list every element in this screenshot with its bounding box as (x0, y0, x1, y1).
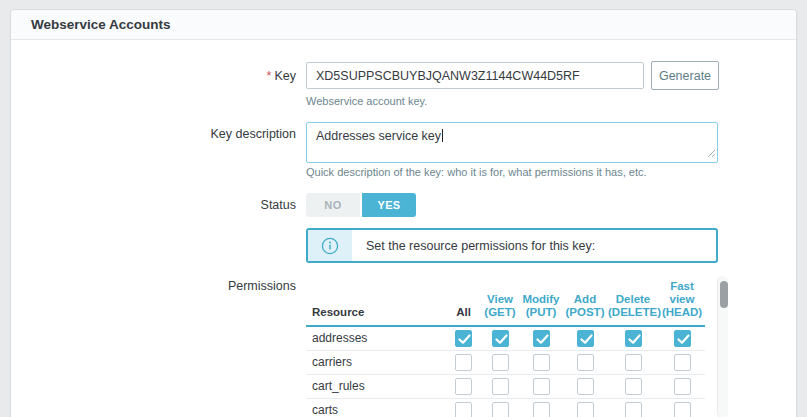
resource-name: addresses (306, 326, 446, 350)
permission-checkbox-cart_rules-4[interactable] (625, 378, 642, 395)
permission-row-carts: carts (306, 398, 705, 417)
info-alert-text: Set the resource permissions for this ke… (352, 230, 595, 261)
generate-button[interactable]: Generate (651, 61, 719, 90)
info-alert: Set the resource permissions for this ke… (306, 228, 718, 263)
key-description-textarea[interactable]: Addresses service key (306, 122, 718, 163)
key-description-value: Addresses service key (316, 129, 441, 143)
key-label: *Key (11, 68, 296, 84)
permissions-table-container: ResourceAllView(GET)Modify(PUT)Add(POST)… (306, 276, 728, 417)
permission-checkbox-carriers-4[interactable] (625, 354, 642, 371)
column-header-all: All (446, 276, 481, 326)
permission-cell (481, 398, 519, 417)
permission-cell (519, 398, 563, 417)
permission-cell (481, 350, 519, 374)
key-input[interactable] (306, 62, 644, 89)
key-description-label: Key description (11, 126, 296, 142)
permission-cell (481, 374, 519, 398)
permission-checkbox-cart_rules-1[interactable] (492, 378, 509, 395)
permission-checkbox-addresses-1[interactable] (492, 330, 509, 347)
column-header-resource: Resource (306, 276, 446, 326)
permission-cell (659, 350, 705, 374)
permission-cell (607, 398, 659, 417)
permission-checkbox-carts-1[interactable] (492, 402, 509, 417)
permission-cell (519, 374, 563, 398)
permission-cell (563, 350, 607, 374)
permission-cell (519, 326, 563, 350)
table-scrollbar-track[interactable] (717, 276, 728, 417)
permission-cell (607, 374, 659, 398)
info-icon (308, 230, 352, 261)
permission-checkbox-carriers-3[interactable] (577, 354, 594, 371)
permission-checkbox-addresses-4[interactable] (625, 330, 642, 347)
permissions-table-header: ResourceAllView(GET)Modify(PUT)Add(POST)… (306, 276, 705, 326)
resource-name: carts (306, 398, 446, 417)
column-header-delete[interactable]: Delete(DELETE) (607, 276, 659, 326)
page-title: Webservice Accounts (31, 17, 171, 32)
permission-checkbox-carts-2[interactable] (533, 402, 550, 417)
permission-checkbox-cart_rules-0[interactable] (455, 378, 472, 395)
permission-cell (519, 350, 563, 374)
permission-checkbox-addresses-3[interactable] (577, 330, 594, 347)
column-header-modify[interactable]: Modify(PUT) (519, 276, 563, 326)
permission-cell (446, 326, 481, 350)
status-toggle: NO YES (306, 193, 416, 217)
permission-cell (659, 374, 705, 398)
panel-header: Webservice Accounts (11, 10, 796, 40)
permission-checkbox-carriers-1[interactable] (492, 354, 509, 371)
permission-cell (659, 326, 705, 350)
permission-row-carriers: carriers (306, 350, 705, 374)
permission-cell (446, 374, 481, 398)
key-description-help-text: Quick description of the key: who it is … (306, 166, 647, 178)
webservice-accounts-panel: Webservice Accounts *Key Generate Webser… (10, 9, 797, 417)
resource-name: cart_rules (306, 374, 446, 398)
permissions-label: Permissions (11, 278, 296, 294)
key-help-text: Webservice account key. (306, 95, 427, 107)
permission-checkbox-carts-3[interactable] (577, 402, 594, 417)
permission-cell (563, 326, 607, 350)
permission-checkbox-addresses-5[interactable] (674, 330, 691, 347)
permissions-table: ResourceAllView(GET)Modify(PUT)Add(POST)… (306, 276, 705, 417)
permission-cell (481, 326, 519, 350)
permission-checkbox-addresses-2[interactable] (533, 330, 550, 347)
permission-cell (607, 350, 659, 374)
permission-checkbox-cart_rules-3[interactable] (577, 378, 594, 395)
permission-checkbox-cart_rules-5[interactable] (674, 378, 691, 395)
status-label: Status (11, 197, 296, 213)
permission-checkbox-addresses-0[interactable] (455, 330, 472, 347)
column-header-fast-view[interactable]: Fast view(HEAD) (659, 276, 705, 326)
resource-name: carriers (306, 350, 446, 374)
column-header-add[interactable]: Add(POST) (563, 276, 607, 326)
permission-checkbox-carts-4[interactable] (625, 402, 642, 417)
status-toggle-no[interactable]: NO (306, 193, 360, 217)
permission-checkbox-carts-5[interactable] (674, 402, 691, 417)
table-scrollbar-thumb[interactable] (720, 281, 728, 308)
permission-checkbox-carriers-2[interactable] (533, 354, 550, 371)
status-toggle-yes[interactable]: YES (362, 193, 416, 217)
required-asterisk: * (267, 69, 272, 83)
permission-checkbox-cart_rules-2[interactable] (533, 378, 550, 395)
permission-checkbox-carriers-0[interactable] (455, 354, 472, 371)
permission-cell (446, 398, 481, 417)
text-cursor (442, 129, 443, 142)
permission-cell (563, 398, 607, 417)
permission-checkbox-carriers-5[interactable] (674, 354, 691, 371)
permission-cell (446, 350, 481, 374)
permission-checkbox-carts-0[interactable] (455, 402, 472, 417)
permission-row-cart_rules: cart_rules (306, 374, 705, 398)
permission-cell (659, 398, 705, 417)
permission-cell (607, 326, 659, 350)
permission-cell (563, 374, 607, 398)
permission-row-addresses: addresses (306, 326, 705, 350)
resize-handle-icon[interactable] (706, 147, 716, 161)
column-header-view[interactable]: View(GET) (481, 276, 519, 326)
